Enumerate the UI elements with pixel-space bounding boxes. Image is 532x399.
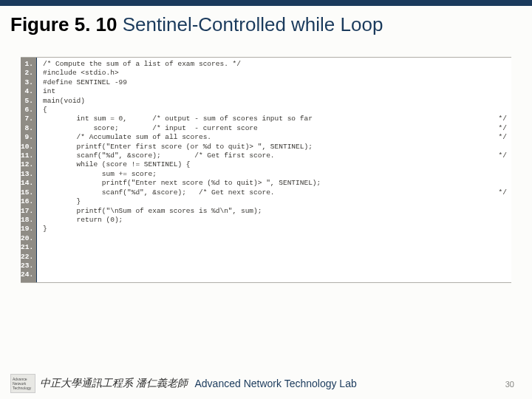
code-line: { bbox=[43, 106, 511, 115]
code-text: #include <stdio.h> bbox=[43, 69, 119, 78]
accent-bar bbox=[0, 0, 532, 6]
code-line: while (score != SENTINEL) { bbox=[43, 160, 511, 169]
code-text: int sum = 0, /* output - sum of scores i… bbox=[43, 115, 313, 123]
code-text: } bbox=[43, 197, 81, 206]
line-number: 7. bbox=[21, 115, 36, 123]
line-number: 3. bbox=[21, 78, 36, 87]
line-number: 20. bbox=[21, 234, 36, 243]
footer-chinese: 中正大學通訊工程系 潘仁義老師 bbox=[40, 377, 188, 390]
footer-logo: Advance Network Technology bbox=[10, 374, 35, 393]
line-number: 17. bbox=[21, 207, 36, 216]
line-number: 12. bbox=[21, 160, 36, 169]
code-line: return (0); bbox=[43, 216, 511, 225]
line-number: 6. bbox=[21, 106, 36, 115]
code-line: scanf("%d", &score); /* Get first score.… bbox=[43, 151, 511, 160]
code-line: /* Compute the sum of a list of exam sco… bbox=[43, 60, 511, 69]
line-number: 15. bbox=[21, 188, 36, 197]
code-text: scanf("%d", &score); /* Get next score. bbox=[43, 188, 275, 197]
code-line: printf("Enter next score (%d to quit)> "… bbox=[43, 179, 511, 188]
code-line: scanf("%d", &score); /* Get next score.*… bbox=[43, 188, 511, 197]
code-line: #include <stdio.h> bbox=[43, 69, 511, 78]
code-text: /* Accumulate sum of all scores. bbox=[43, 133, 211, 142]
code-box: 1.2.3.4.5.6.7.8.9.10.11.12.13.14.15.16.1… bbox=[21, 57, 511, 283]
code-text: /* Compute the sum of a list of exam sco… bbox=[43, 60, 241, 69]
page-number: 30 bbox=[505, 380, 514, 389]
footer-lab-name: Advanced Network Technology Lab bbox=[195, 378, 357, 389]
code-text: while (score != SENTINEL) { bbox=[43, 160, 191, 169]
code-line: score; /* input - current score*/ bbox=[43, 124, 511, 133]
line-number: 9. bbox=[21, 133, 36, 142]
code-line: /* Accumulate sum of all scores.*/ bbox=[43, 133, 511, 142]
code-comment-close: */ bbox=[499, 115, 507, 123]
line-number-gutter: 1.2.3.4.5.6.7.8.9.10.11.12.13.14.15.16.1… bbox=[21, 58, 37, 282]
code-figure: 1.2.3.4.5.6.7.8.9.10.11.12.13.14.15.16.1… bbox=[21, 57, 511, 283]
code-body: /* Compute the sum of a list of exam sco… bbox=[37, 58, 511, 282]
code-text: printf("Enter next score (%d to quit)> "… bbox=[43, 179, 321, 188]
code-comment-close: */ bbox=[499, 151, 507, 160]
line-number: 13. bbox=[21, 170, 36, 179]
code-text: return (0); bbox=[43, 216, 123, 225]
code-text: score; /* input - current score bbox=[43, 124, 258, 133]
code-text: printf("Enter first score (or %d to quit… bbox=[43, 143, 313, 151]
logo-line: Technology bbox=[13, 386, 35, 390]
line-number: 22. bbox=[21, 253, 36, 262]
code-text: scanf("%d", &score); /* Get first score. bbox=[43, 151, 275, 160]
code-comment-close: */ bbox=[499, 188, 507, 197]
line-number: 2. bbox=[21, 69, 36, 78]
line-number: 5. bbox=[21, 97, 36, 106]
line-number: 21. bbox=[21, 243, 36, 252]
code-text: main(void) bbox=[43, 97, 85, 106]
code-line: main(void) bbox=[43, 97, 511, 106]
line-number: 1. bbox=[21, 60, 36, 69]
code-line: sum += score; bbox=[43, 170, 511, 179]
slide-title: Figure 5. 10 Sentinel-Controlled while L… bbox=[0, 6, 532, 36]
line-number: 11. bbox=[21, 151, 36, 160]
code-comment-close: */ bbox=[499, 133, 507, 142]
code-line: } bbox=[43, 197, 511, 206]
code-text: #define SENTINEL -99 bbox=[43, 78, 127, 87]
code-text: } bbox=[43, 225, 47, 233]
line-number: 4. bbox=[21, 87, 36, 96]
code-text: int bbox=[43, 87, 55, 96]
line-number: 8. bbox=[21, 124, 36, 133]
code-text: printf("\nSum of exam scores is %d\n", s… bbox=[43, 207, 262, 216]
line-number: 14. bbox=[21, 179, 36, 188]
footer: Advance Network Technology 中正大學通訊工程系 潘仁義… bbox=[0, 374, 532, 393]
code-line: #define SENTINEL -99 bbox=[43, 78, 511, 87]
code-line: printf("Enter first score (or %d to quit… bbox=[43, 143, 511, 151]
code-line: int bbox=[43, 87, 511, 96]
code-line: } bbox=[43, 225, 511, 233]
line-number: 23. bbox=[21, 262, 36, 270]
code-line: printf("\nSum of exam scores is %d\n", s… bbox=[43, 207, 511, 216]
line-number: 19. bbox=[21, 225, 36, 233]
figure-label: Figure 5. 10 bbox=[10, 13, 117, 35]
line-number: 18. bbox=[21, 216, 36, 225]
code-text: sum += score; bbox=[43, 170, 157, 179]
line-number: 16. bbox=[21, 197, 36, 206]
line-number: 24. bbox=[21, 270, 36, 279]
figure-description: Sentinel-Controlled while Loop bbox=[117, 13, 383, 35]
line-number: 10. bbox=[21, 143, 36, 151]
code-line: int sum = 0, /* output - sum of scores i… bbox=[43, 115, 511, 123]
code-text: { bbox=[43, 106, 47, 115]
code-comment-close: */ bbox=[499, 124, 507, 133]
